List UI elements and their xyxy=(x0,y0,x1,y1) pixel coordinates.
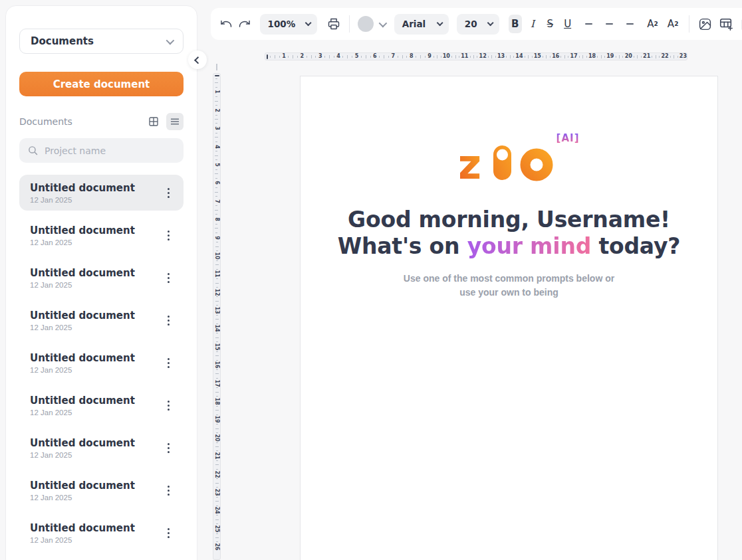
grid-view-button[interactable] xyxy=(145,113,162,130)
document-item-text: Untitled document12 Jan 2025 xyxy=(30,395,135,417)
search-icon xyxy=(27,145,39,156)
document-title: Untitled document xyxy=(30,352,135,364)
ai-badge: [AI]+ xyxy=(556,132,580,144)
undo-button[interactable] xyxy=(219,14,233,34)
ruler-number: 22 xyxy=(214,470,219,478)
ruler-number: 17 xyxy=(570,54,578,59)
search-input[interactable] xyxy=(45,145,176,156)
ruler-number: 19 xyxy=(606,54,614,59)
ruler-number: 15 xyxy=(534,54,541,59)
image-icon xyxy=(698,17,712,31)
align-right-button[interactable] xyxy=(620,14,635,34)
document-list-item[interactable]: Untitled document12 Jan 2025 xyxy=(19,217,184,253)
kebab-menu-icon[interactable] xyxy=(160,310,177,330)
align-right-icon xyxy=(622,20,634,29)
document-title: Untitled document xyxy=(30,437,135,449)
horizontal-ruler[interactable]: 1234567891011121314151617181920212223 xyxy=(265,52,687,60)
kebab-menu-icon[interactable] xyxy=(160,183,177,203)
ruler-unit: 9 xyxy=(215,222,219,240)
ruler-number: 21 xyxy=(643,54,650,59)
kebab-menu-icon[interactable] xyxy=(160,523,177,543)
superscript-button[interactable]: A2 xyxy=(644,15,661,33)
document-item-text: Untitled document12 Jan 2025 xyxy=(30,310,135,331)
document-date: 12 Jan 2025 xyxy=(30,281,135,289)
list-view-button[interactable] xyxy=(166,113,184,130)
document-list-item[interactable]: Untitled document12 Jan 2025 xyxy=(19,430,184,466)
kebab-menu-icon[interactable] xyxy=(160,225,177,245)
ruler-unit: 15 xyxy=(213,331,220,349)
ruler-number: 13 xyxy=(214,307,219,314)
document-list-item[interactable]: Untitled document12 Jan 2025 xyxy=(19,175,184,211)
document-list-item[interactable]: Untitled document12 Jan 2025 xyxy=(19,345,184,381)
ruler-number: 26 xyxy=(214,543,219,551)
workspace-selector[interactable]: Documents xyxy=(19,29,184,54)
superscript-exp: 2 xyxy=(654,21,658,27)
italic-button[interactable]: I xyxy=(526,15,539,33)
document-title: Untitled document xyxy=(30,267,135,279)
ruler-number: 25 xyxy=(214,525,219,532)
kebab-menu-icon[interactable] xyxy=(160,268,177,288)
ruler-number: 10 xyxy=(443,54,450,59)
ruler-unit: 19 xyxy=(213,404,220,422)
kebab-menu-icon[interactable] xyxy=(160,438,177,458)
documents-section-label: Documents xyxy=(19,116,72,127)
font-size-value: 20 xyxy=(465,19,477,29)
kebab-menu-icon[interactable] xyxy=(160,480,177,500)
font-family-select[interactable]: Arial xyxy=(394,14,449,35)
kebab-menu-icon[interactable] xyxy=(160,353,177,373)
zio-logo: zio z [AI]+ xyxy=(460,140,558,181)
insert-table-button[interactable] xyxy=(719,14,733,34)
chevron-down-icon xyxy=(378,19,387,27)
subtitle-line1: Use one of the most common prompts below… xyxy=(404,273,614,284)
printer-icon xyxy=(327,17,340,31)
document-list-item[interactable]: Untitled document12 Jan 2025 xyxy=(19,472,184,508)
search-box[interactable] xyxy=(19,138,184,163)
ruler-number: 9 xyxy=(214,236,219,240)
insert-image-button[interactable] xyxy=(697,14,712,34)
greeting-line2-prefix: What's on xyxy=(338,233,467,259)
redo-button[interactable] xyxy=(237,14,252,34)
document-list-item[interactable]: Untitled document12 Jan 2025 xyxy=(19,302,184,338)
ruler-number: 1 xyxy=(282,54,286,59)
ruler-unit: 19 xyxy=(596,54,614,59)
ruler-number: 4 xyxy=(336,54,340,59)
ruler-unit: 2 xyxy=(215,94,219,112)
ruler-unit: 23 xyxy=(213,477,220,495)
underline-button[interactable]: U xyxy=(561,15,574,33)
ruler-unit: 21 xyxy=(632,54,650,59)
ruler-number: 6 xyxy=(373,54,377,59)
sidebar-collapse-button[interactable] xyxy=(188,50,207,69)
document-title: Untitled document xyxy=(30,522,135,534)
greeting-heading: Good morning, Username! What's on your m… xyxy=(338,207,680,260)
ruler-unit: 13 xyxy=(213,295,220,313)
subscript-button[interactable]: A2 xyxy=(665,15,681,33)
document-item-text: Untitled document12 Jan 2025 xyxy=(30,352,135,374)
document-list-item[interactable]: Untitled document12 Jan 2025 xyxy=(19,515,184,551)
strikethrough-button[interactable]: S xyxy=(543,15,556,33)
ruler-unit: 25 xyxy=(213,513,220,531)
superscript-label: A xyxy=(647,18,654,30)
document-title: Untitled document xyxy=(30,225,135,236)
align-left-button[interactable] xyxy=(584,14,598,34)
kebab-menu-icon[interactable] xyxy=(160,395,177,415)
vertical-ruler[interactable]: 1234567891011121314151617181920212223242… xyxy=(213,73,221,560)
ruler-unit: 16 xyxy=(213,349,220,367)
create-document-button[interactable]: Create document xyxy=(19,72,184,96)
align-center-button[interactable] xyxy=(602,14,617,34)
font-size-select[interactable]: 20 xyxy=(457,14,499,35)
document-list-item[interactable]: Untitled document12 Jan 2025 xyxy=(19,260,184,296)
ruler-unit: 17 xyxy=(559,54,577,59)
bold-button[interactable]: B xyxy=(509,15,522,33)
print-button[interactable] xyxy=(326,14,341,34)
ruler-unit: 10 xyxy=(432,54,450,59)
zoom-level-select[interactable]: 100% xyxy=(260,14,318,35)
document-list-item[interactable]: Untitled document12 Jan 2025 xyxy=(19,387,184,423)
ruler-number: 15 xyxy=(214,343,219,350)
text-color-picker[interactable] xyxy=(358,16,385,32)
ruler-number: 7 xyxy=(214,199,219,203)
document-page[interactable]: zio z [AI]+ Good morning, Username! Wha xyxy=(300,76,718,560)
ruler-number: 12 xyxy=(479,54,487,59)
chevron-down-icon xyxy=(305,19,312,26)
ruler-unit: 22 xyxy=(213,458,220,476)
ruler-unit: 9 xyxy=(414,54,432,59)
